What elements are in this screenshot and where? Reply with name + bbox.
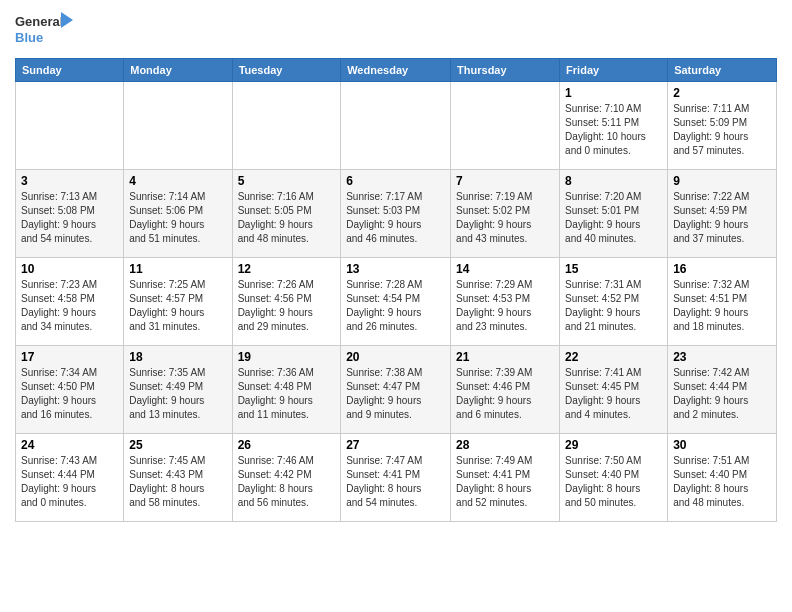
day-info: Sunrise: 7:36 AMSunset: 4:48 PMDaylight:… (238, 366, 336, 422)
day-info: Sunrise: 7:42 AMSunset: 4:44 PMDaylight:… (673, 366, 771, 422)
day-info: Sunrise: 7:51 AMSunset: 4:40 PMDaylight:… (673, 454, 771, 510)
day-number: 7 (456, 174, 554, 188)
day-number: 8 (565, 174, 662, 188)
day-info: Sunrise: 7:23 AMSunset: 4:58 PMDaylight:… (21, 278, 118, 334)
day-info: Sunrise: 7:38 AMSunset: 4:47 PMDaylight:… (346, 366, 445, 422)
svg-text:General: General (15, 14, 63, 29)
day-info: Sunrise: 7:26 AMSunset: 4:56 PMDaylight:… (238, 278, 336, 334)
day-number: 9 (673, 174, 771, 188)
day-number: 20 (346, 350, 445, 364)
day-info: Sunrise: 7:17 AMSunset: 5:03 PMDaylight:… (346, 190, 445, 246)
calendar-cell (341, 82, 451, 170)
day-number: 23 (673, 350, 771, 364)
day-info: Sunrise: 7:14 AMSunset: 5:06 PMDaylight:… (129, 190, 226, 246)
calendar-cell: 1Sunrise: 7:10 AMSunset: 5:11 PMDaylight… (560, 82, 668, 170)
day-info: Sunrise: 7:43 AMSunset: 4:44 PMDaylight:… (21, 454, 118, 510)
day-number: 12 (238, 262, 336, 276)
calendar-cell: 7Sunrise: 7:19 AMSunset: 5:02 PMDaylight… (451, 170, 560, 258)
day-info: Sunrise: 7:11 AMSunset: 5:09 PMDaylight:… (673, 102, 771, 158)
calendar-cell: 9Sunrise: 7:22 AMSunset: 4:59 PMDaylight… (668, 170, 777, 258)
calendar-cell: 6Sunrise: 7:17 AMSunset: 5:03 PMDaylight… (341, 170, 451, 258)
calendar-cell: 26Sunrise: 7:46 AMSunset: 4:42 PMDayligh… (232, 434, 341, 522)
calendar-cell: 12Sunrise: 7:26 AMSunset: 4:56 PMDayligh… (232, 258, 341, 346)
day-number: 16 (673, 262, 771, 276)
day-number: 25 (129, 438, 226, 452)
day-number: 6 (346, 174, 445, 188)
day-number: 28 (456, 438, 554, 452)
day-info: Sunrise: 7:46 AMSunset: 4:42 PMDaylight:… (238, 454, 336, 510)
week-row-2: 3Sunrise: 7:13 AMSunset: 5:08 PMDaylight… (16, 170, 777, 258)
logo: GeneralBlue (15, 10, 75, 50)
day-info: Sunrise: 7:16 AMSunset: 5:05 PMDaylight:… (238, 190, 336, 246)
calendar-cell: 21Sunrise: 7:39 AMSunset: 4:46 PMDayligh… (451, 346, 560, 434)
calendar-cell: 25Sunrise: 7:45 AMSunset: 4:43 PMDayligh… (124, 434, 232, 522)
day-info: Sunrise: 7:32 AMSunset: 4:51 PMDaylight:… (673, 278, 771, 334)
day-number: 4 (129, 174, 226, 188)
day-number: 1 (565, 86, 662, 100)
calendar-cell: 17Sunrise: 7:34 AMSunset: 4:50 PMDayligh… (16, 346, 124, 434)
day-number: 22 (565, 350, 662, 364)
day-info: Sunrise: 7:50 AMSunset: 4:40 PMDaylight:… (565, 454, 662, 510)
week-row-5: 24Sunrise: 7:43 AMSunset: 4:44 PMDayligh… (16, 434, 777, 522)
day-info: Sunrise: 7:19 AMSunset: 5:02 PMDaylight:… (456, 190, 554, 246)
svg-marker-1 (61, 12, 73, 28)
calendar-cell: 14Sunrise: 7:29 AMSunset: 4:53 PMDayligh… (451, 258, 560, 346)
day-number: 13 (346, 262, 445, 276)
calendar-cell: 30Sunrise: 7:51 AMSunset: 4:40 PMDayligh… (668, 434, 777, 522)
header-thursday: Thursday (451, 59, 560, 82)
week-row-4: 17Sunrise: 7:34 AMSunset: 4:50 PMDayligh… (16, 346, 777, 434)
logo-icon: GeneralBlue (15, 10, 75, 50)
calendar-cell (232, 82, 341, 170)
day-info: Sunrise: 7:13 AMSunset: 5:08 PMDaylight:… (21, 190, 118, 246)
calendar-cell: 18Sunrise: 7:35 AMSunset: 4:49 PMDayligh… (124, 346, 232, 434)
day-info: Sunrise: 7:29 AMSunset: 4:53 PMDaylight:… (456, 278, 554, 334)
day-number: 18 (129, 350, 226, 364)
calendar-cell: 24Sunrise: 7:43 AMSunset: 4:44 PMDayligh… (16, 434, 124, 522)
day-number: 14 (456, 262, 554, 276)
day-info: Sunrise: 7:35 AMSunset: 4:49 PMDaylight:… (129, 366, 226, 422)
calendar-cell: 20Sunrise: 7:38 AMSunset: 4:47 PMDayligh… (341, 346, 451, 434)
page-container: GeneralBlue SundayMondayTuesdayWednesday… (0, 0, 792, 527)
day-info: Sunrise: 7:47 AMSunset: 4:41 PMDaylight:… (346, 454, 445, 510)
header-monday: Monday (124, 59, 232, 82)
day-info: Sunrise: 7:49 AMSunset: 4:41 PMDaylight:… (456, 454, 554, 510)
calendar-cell: 3Sunrise: 7:13 AMSunset: 5:08 PMDaylight… (16, 170, 124, 258)
week-row-1: 1Sunrise: 7:10 AMSunset: 5:11 PMDaylight… (16, 82, 777, 170)
header-tuesday: Tuesday (232, 59, 341, 82)
calendar-cell: 23Sunrise: 7:42 AMSunset: 4:44 PMDayligh… (668, 346, 777, 434)
header-wednesday: Wednesday (341, 59, 451, 82)
header-sunday: Sunday (16, 59, 124, 82)
day-info: Sunrise: 7:10 AMSunset: 5:11 PMDaylight:… (565, 102, 662, 158)
calendar-cell (451, 82, 560, 170)
day-info: Sunrise: 7:20 AMSunset: 5:01 PMDaylight:… (565, 190, 662, 246)
day-info: Sunrise: 7:41 AMSunset: 4:45 PMDaylight:… (565, 366, 662, 422)
day-number: 19 (238, 350, 336, 364)
calendar-cell: 4Sunrise: 7:14 AMSunset: 5:06 PMDaylight… (124, 170, 232, 258)
calendar-cell: 22Sunrise: 7:41 AMSunset: 4:45 PMDayligh… (560, 346, 668, 434)
calendar-table: SundayMondayTuesdayWednesdayThursdayFrid… (15, 58, 777, 522)
calendar-cell: 16Sunrise: 7:32 AMSunset: 4:51 PMDayligh… (668, 258, 777, 346)
day-number: 26 (238, 438, 336, 452)
calendar-cell: 5Sunrise: 7:16 AMSunset: 5:05 PMDaylight… (232, 170, 341, 258)
calendar-cell: 28Sunrise: 7:49 AMSunset: 4:41 PMDayligh… (451, 434, 560, 522)
calendar-header-row: SundayMondayTuesdayWednesdayThursdayFrid… (16, 59, 777, 82)
day-number: 3 (21, 174, 118, 188)
calendar-cell: 11Sunrise: 7:25 AMSunset: 4:57 PMDayligh… (124, 258, 232, 346)
header-area: GeneralBlue (15, 10, 777, 50)
calendar-cell: 8Sunrise: 7:20 AMSunset: 5:01 PMDaylight… (560, 170, 668, 258)
day-info: Sunrise: 7:31 AMSunset: 4:52 PMDaylight:… (565, 278, 662, 334)
calendar-cell: 27Sunrise: 7:47 AMSunset: 4:41 PMDayligh… (341, 434, 451, 522)
day-number: 15 (565, 262, 662, 276)
day-number: 21 (456, 350, 554, 364)
week-row-3: 10Sunrise: 7:23 AMSunset: 4:58 PMDayligh… (16, 258, 777, 346)
day-number: 24 (21, 438, 118, 452)
calendar-cell: 2Sunrise: 7:11 AMSunset: 5:09 PMDaylight… (668, 82, 777, 170)
calendar-cell: 15Sunrise: 7:31 AMSunset: 4:52 PMDayligh… (560, 258, 668, 346)
day-info: Sunrise: 7:22 AMSunset: 4:59 PMDaylight:… (673, 190, 771, 246)
day-number: 29 (565, 438, 662, 452)
svg-text:Blue: Blue (15, 30, 43, 45)
calendar-cell: 29Sunrise: 7:50 AMSunset: 4:40 PMDayligh… (560, 434, 668, 522)
day-number: 10 (21, 262, 118, 276)
calendar-cell: 13Sunrise: 7:28 AMSunset: 4:54 PMDayligh… (341, 258, 451, 346)
day-number: 11 (129, 262, 226, 276)
